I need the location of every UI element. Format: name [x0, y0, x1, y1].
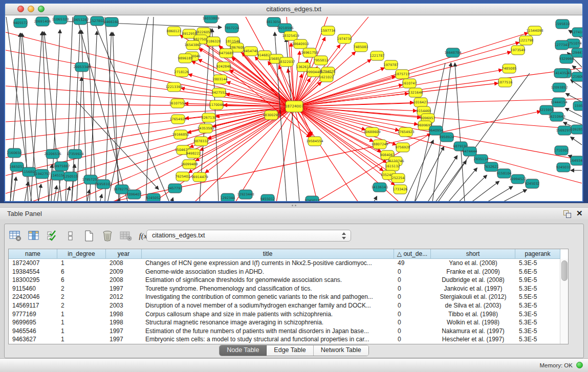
table-row[interactable]: 2242004622012Investigating the contribut…: [9, 293, 568, 301]
combo-stepper-icon: [342, 231, 346, 240]
tab-network-table[interactable]: Network Table: [314, 345, 368, 356]
table-cell: Estimation of the future numbers of pati…: [142, 327, 394, 336]
table-cell: 1997: [106, 327, 142, 336]
scrollbar-thumb[interactable]: [561, 260, 568, 281]
graph-edge: [571, 137, 582, 145]
table-row[interactable]: 969969511998Structural magnetic resonanc…: [9, 318, 568, 327]
graph-edge: [100, 194, 102, 202]
table-cell: 5.6E-5: [515, 268, 560, 276]
graph-node-label: 16543862: [184, 43, 201, 47]
memory-status-label: Memory: OK: [539, 362, 573, 368]
table-cell: Tourette syndrome. Phenomenology and cla…: [142, 285, 394, 293]
column-header-in-degree[interactable]: in_degree: [57, 249, 106, 259]
column-header-title[interactable]: title: [142, 249, 394, 259]
graph-node-label: 16033809: [202, 16, 219, 20]
network-view-window[interactable]: citations_edges.txt 94055722069140611065…: [4, 3, 583, 202]
table-row[interactable]: 1456911722003Disruption of a novel membe…: [9, 301, 568, 310]
table-cell: 1997: [106, 285, 142, 293]
graph-node-label: 252254: [392, 176, 405, 180]
graph-node-label: 9245033: [556, 165, 571, 169]
float-panel-icon[interactable]: [563, 210, 571, 218]
graph-node-label: 9474444: [463, 149, 477, 154]
column-header-out-de-[interactable]: △ out_de...: [394, 249, 431, 259]
graph-node-label: 9245032: [525, 182, 540, 186]
table-cell: Estimation of significance thresholds fo…: [142, 276, 394, 285]
table-row[interactable]: 1830029562008Estimation of significance …: [9, 276, 568, 285]
graph-node-label: 14353593: [197, 126, 214, 130]
graph-edge: [502, 190, 527, 202]
graph-edge: [105, 17, 120, 202]
graph-node-label: 1277343: [555, 43, 570, 47]
table-type-segmented-control: Node Table Edge Table Network Table: [219, 345, 368, 356]
network-table-selector[interactable]: citations_edges.txt: [146, 230, 351, 242]
graph-node-label: 9245052: [146, 196, 161, 200]
column-header-name[interactable]: name: [9, 249, 57, 259]
table-cell: Tibbo et al. (1998): [431, 310, 515, 319]
graph-node-label: 12213393: [165, 85, 182, 89]
tab-node-table[interactable]: Node Table: [220, 345, 267, 356]
graph-node-label: 11065328: [52, 17, 69, 21]
graph-node-label: 17359924: [67, 152, 83, 156]
table-cell: Investigating the contribution of common…: [142, 293, 394, 301]
table-cell: 14569117: [9, 301, 57, 310]
graph-node-label: 8475685: [219, 51, 234, 55]
network-graph-canvas[interactable]: 9405572206914061106532810653287152780264…: [5, 15, 582, 202]
graph-node-label: 8096957: [421, 116, 435, 120]
graph-node-label: 9457791: [168, 186, 183, 190]
panel-split-divider[interactable]: [0, 203, 588, 208]
graph-node-label: 1649341: [570, 159, 582, 163]
column-header-year[interactable]: year: [106, 249, 142, 259]
column-header-short[interactable]: short: [431, 249, 515, 259]
graph-node-label: 9158104: [497, 171, 512, 176]
graph-node-label: 8427552: [212, 91, 227, 95]
column-header-pagerank[interactable]: pagerank: [515, 249, 560, 259]
select-columns-icon[interactable]: [26, 229, 41, 243]
table-cell: 2: [57, 285, 106, 293]
graph-node-label: 8878332: [194, 139, 209, 143]
table-row[interactable]: 946362711997Embryonic stem cells: a mode…: [9, 335, 568, 344]
table-settings-icon[interactable]: [8, 229, 23, 243]
graph-node-label: 9640954: [429, 128, 444, 133]
graph-node-label: 1595810: [555, 22, 570, 26]
table-panel-title: Table Panel: [7, 210, 42, 217]
network-window-titlebar[interactable]: citations_edges.txt: [5, 4, 582, 15]
table-row[interactable]: 1872400712008Changes of HCN gene express…: [9, 259, 568, 268]
row-height-icon[interactable]: [63, 229, 78, 243]
graph-node-label: 1016427: [413, 100, 428, 104]
table-cell: 9115460: [9, 285, 57, 293]
graph-node-label: 1733426: [393, 187, 408, 191]
table-row[interactable]: 1938455462009Genome-wide association stu…: [9, 268, 568, 276]
graph-edge: [294, 99, 582, 106]
graph-edge: [294, 106, 418, 124]
table-cell: 9465546: [9, 327, 57, 336]
close-panel-icon[interactable]: ✕: [576, 209, 583, 218]
graph-node-label: 2096407: [127, 192, 142, 196]
new-table-icon[interactable]: [81, 229, 97, 243]
network-table-selector-value: citations_edges.txt: [152, 232, 205, 239]
table-cell: 2008: [106, 276, 142, 285]
graph-node-label: 17957255: [82, 178, 99, 182]
graph-node-label: 20691406: [34, 19, 51, 24]
table-cell: 1: [57, 259, 106, 268]
graph-node-label: 9756928: [396, 145, 410, 149]
graph-node-label: 9245013: [305, 199, 320, 202]
table-vertical-scrollbar[interactable]: [560, 259, 568, 344]
graph-node-label: 1877516: [498, 80, 513, 84]
table-cell: 5.3E-5: [515, 310, 560, 319]
graph-node-label: 9990448: [307, 70, 321, 74]
table-cell: Yano et al. (2008): [431, 259, 515, 268]
select-rows-icon[interactable]: [45, 229, 60, 243]
table-cell: 6: [57, 268, 106, 276]
network-window-title: citations_edges.txt: [5, 5, 582, 13]
delete-attribute-icon[interactable]: [100, 229, 115, 243]
table-row[interactable]: 977716911998Corpus callosum shape and si…: [9, 310, 568, 319]
graph-node-label: 1527802: [90, 19, 105, 23]
table-cell: Genome-wide association studies in ADHD.: [142, 268, 394, 276]
graph-node-label: 1221798: [519, 38, 534, 42]
graph-node-label: 16099488: [181, 162, 198, 166]
table-row[interactable]: 946554611997Estimation of the future num…: [9, 327, 568, 336]
table-cell: de Silva et al. (2003): [431, 301, 515, 310]
table-cell: 0: [394, 327, 431, 336]
tab-edge-table[interactable]: Edge Table: [267, 345, 313, 356]
table-row[interactable]: 911546021997Tourette syndrome. Phenomeno…: [9, 285, 568, 293]
